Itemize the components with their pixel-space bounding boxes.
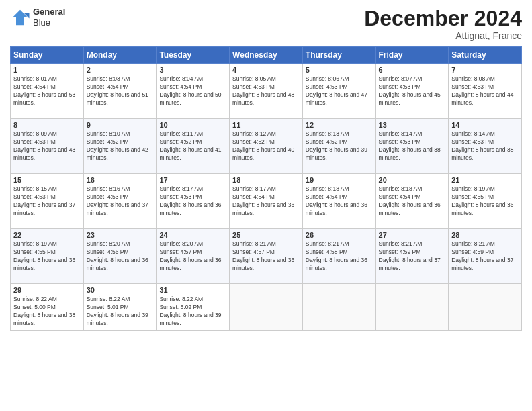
table-row: 5 Sunrise: 8:06 AM Sunset: 4:53 PM Dayli… <box>302 64 375 119</box>
day-info: Sunrise: 8:16 AM Sunset: 4:53 PM Dayligh… <box>87 185 154 218</box>
table-row: 24 Sunrise: 8:20 AM Sunset: 4:57 PM Dayl… <box>157 229 230 284</box>
day-number: 14 <box>451 121 519 129</box>
day-number: 6 <box>379 66 446 74</box>
table-row: 6 Sunrise: 8:07 AM Sunset: 4:53 PM Dayli… <box>375 64 449 119</box>
col-wednesday: Wednesday <box>230 47 303 64</box>
table-row <box>375 284 449 331</box>
day-info: Sunrise: 8:17 AM Sunset: 4:53 PM Dayligh… <box>159 185 226 218</box>
location-subtitle: Attignat, France <box>364 30 522 41</box>
table-row: 21 Sunrise: 8:19 AM Sunset: 4:55 PM Dayl… <box>449 174 522 229</box>
day-info: Sunrise: 8:15 AM Sunset: 4:53 PM Dayligh… <box>13 185 81 218</box>
table-row: 11 Sunrise: 8:12 AM Sunset: 4:52 PM Dayl… <box>230 119 303 174</box>
day-info: Sunrise: 8:10 AM Sunset: 4:52 PM Dayligh… <box>87 130 154 163</box>
day-number: 8 <box>13 121 81 129</box>
day-number: 15 <box>13 176 81 184</box>
table-row: 20 Sunrise: 8:18 AM Sunset: 4:54 PM Dayl… <box>375 174 449 229</box>
day-number: 12 <box>306 121 373 129</box>
page-container: General Blue December 2024 Attignat, Fra… <box>0 0 532 411</box>
day-info: Sunrise: 8:20 AM Sunset: 4:57 PM Dayligh… <box>159 240 226 273</box>
table-row: 9 Sunrise: 8:10 AM Sunset: 4:52 PM Dayli… <box>83 119 157 174</box>
table-row: 16 Sunrise: 8:16 AM Sunset: 4:53 PM Dayl… <box>83 174 157 229</box>
table-row: 25 Sunrise: 8:21 AM Sunset: 4:57 PM Dayl… <box>230 229 303 284</box>
day-info: Sunrise: 8:01 AM Sunset: 4:54 PM Dayligh… <box>13 75 81 107</box>
table-row: 7 Sunrise: 8:08 AM Sunset: 4:53 PM Dayli… <box>449 64 522 119</box>
day-number: 3 <box>159 66 226 74</box>
table-row: 4 Sunrise: 8:05 AM Sunset: 4:53 PM Dayli… <box>230 64 303 119</box>
day-number: 13 <box>379 121 446 129</box>
col-monday: Monday <box>83 47 157 64</box>
day-info: Sunrise: 8:07 AM Sunset: 4:53 PM Dayligh… <box>379 75 446 107</box>
day-info: Sunrise: 8:05 AM Sunset: 4:53 PM Dayligh… <box>232 75 300 107</box>
calendar-header-row: Sunday Monday Tuesday Wednesday Thursday… <box>11 47 522 64</box>
col-sunday: Sunday <box>11 47 84 64</box>
day-info: Sunrise: 8:20 AM Sunset: 4:56 PM Dayligh… <box>87 240 154 273</box>
day-number: 18 <box>232 176 300 184</box>
day-info: Sunrise: 8:08 AM Sunset: 4:53 PM Dayligh… <box>451 75 519 107</box>
table-row: 26 Sunrise: 8:21 AM Sunset: 4:58 PM Dayl… <box>302 229 375 284</box>
day-info: Sunrise: 8:21 AM Sunset: 4:57 PM Dayligh… <box>232 240 300 273</box>
day-info: Sunrise: 8:19 AM Sunset: 4:55 PM Dayligh… <box>13 240 81 273</box>
table-row: 14 Sunrise: 8:14 AM Sunset: 4:53 PM Dayl… <box>449 119 522 174</box>
day-number: 23 <box>87 231 154 239</box>
day-info: Sunrise: 8:22 AM Sunset: 5:02 PM Dayligh… <box>159 295 226 328</box>
table-row: 1 Sunrise: 8:01 AM Sunset: 4:54 PM Dayli… <box>11 64 84 119</box>
day-info: Sunrise: 8:21 AM Sunset: 4:58 PM Dayligh… <box>306 240 373 273</box>
day-info: Sunrise: 8:03 AM Sunset: 4:54 PM Dayligh… <box>87 75 154 107</box>
svg-marker-0 <box>13 9 28 25</box>
day-info: Sunrise: 8:22 AM Sunset: 5:01 PM Dayligh… <box>87 295 154 328</box>
day-number: 5 <box>306 66 373 74</box>
day-info: Sunrise: 8:06 AM Sunset: 4:53 PM Dayligh… <box>306 75 373 107</box>
day-number: 28 <box>451 231 519 239</box>
table-row <box>302 284 375 331</box>
day-info: Sunrise: 8:18 AM Sunset: 4:54 PM Dayligh… <box>379 185 446 218</box>
day-info: Sunrise: 8:13 AM Sunset: 4:52 PM Dayligh… <box>306 130 373 163</box>
col-thursday: Thursday <box>302 47 375 64</box>
month-title: December 2024 <box>364 7 522 30</box>
table-row: 22 Sunrise: 8:19 AM Sunset: 4:55 PM Dayl… <box>11 229 84 284</box>
day-info: Sunrise: 8:18 AM Sunset: 4:54 PM Dayligh… <box>306 185 373 218</box>
table-row: 31 Sunrise: 8:22 AM Sunset: 5:02 PM Dayl… <box>157 284 230 331</box>
logo-blue: Blue <box>33 17 65 28</box>
logo-general: General <box>33 7 65 17</box>
table-row: 27 Sunrise: 8:21 AM Sunset: 4:59 PM Dayl… <box>375 229 449 284</box>
day-number: 9 <box>87 121 154 129</box>
day-number: 10 <box>159 121 226 129</box>
day-info: Sunrise: 8:17 AM Sunset: 4:54 PM Dayligh… <box>232 185 300 218</box>
table-row: 30 Sunrise: 8:22 AM Sunset: 5:01 PM Dayl… <box>83 284 157 331</box>
day-info: Sunrise: 8:21 AM Sunset: 4:59 PM Dayligh… <box>379 240 446 273</box>
logo: General Blue <box>10 7 65 28</box>
day-number: 16 <box>87 176 154 184</box>
header: General Blue December 2024 Attignat, Fra… <box>10 7 522 41</box>
table-row: 3 Sunrise: 8:04 AM Sunset: 4:54 PM Dayli… <box>157 64 230 119</box>
day-info: Sunrise: 8:19 AM Sunset: 4:55 PM Dayligh… <box>451 185 519 218</box>
day-info: Sunrise: 8:14 AM Sunset: 4:53 PM Dayligh… <box>451 130 519 163</box>
day-number: 30 <box>87 286 154 294</box>
table-row: 8 Sunrise: 8:09 AM Sunset: 4:53 PM Dayli… <box>11 119 84 174</box>
table-row: 12 Sunrise: 8:13 AM Sunset: 4:52 PM Dayl… <box>302 119 375 174</box>
day-info: Sunrise: 8:04 AM Sunset: 4:54 PM Dayligh… <box>159 75 226 107</box>
day-number: 27 <box>379 231 446 239</box>
day-number: 19 <box>306 176 373 184</box>
day-info: Sunrise: 8:21 AM Sunset: 4:59 PM Dayligh… <box>451 240 519 273</box>
table-row: 2 Sunrise: 8:03 AM Sunset: 4:54 PM Dayli… <box>83 64 157 119</box>
table-row: 29 Sunrise: 8:22 AM Sunset: 5:00 PM Dayl… <box>11 284 84 331</box>
logo-icon <box>10 7 30 28</box>
day-info: Sunrise: 8:11 AM Sunset: 4:52 PM Dayligh… <box>159 130 226 163</box>
title-block: December 2024 Attignat, France <box>364 7 522 41</box>
table-row <box>449 284 522 331</box>
day-info: Sunrise: 8:09 AM Sunset: 4:53 PM Dayligh… <box>13 130 81 163</box>
day-number: 21 <box>451 176 519 184</box>
day-number: 2 <box>87 66 154 74</box>
table-row: 18 Sunrise: 8:17 AM Sunset: 4:54 PM Dayl… <box>230 174 303 229</box>
day-info: Sunrise: 8:12 AM Sunset: 4:52 PM Dayligh… <box>232 130 300 163</box>
col-saturday: Saturday <box>449 47 522 64</box>
col-friday: Friday <box>375 47 449 64</box>
table-row: 28 Sunrise: 8:21 AM Sunset: 4:59 PM Dayl… <box>449 229 522 284</box>
day-number: 24 <box>159 231 226 239</box>
table-row <box>230 284 303 331</box>
day-info: Sunrise: 8:22 AM Sunset: 5:00 PM Dayligh… <box>13 295 81 328</box>
table-row: 13 Sunrise: 8:14 AM Sunset: 4:53 PM Dayl… <box>375 119 449 174</box>
day-number: 11 <box>232 121 300 129</box>
day-number: 4 <box>232 66 300 74</box>
day-number: 20 <box>379 176 446 184</box>
